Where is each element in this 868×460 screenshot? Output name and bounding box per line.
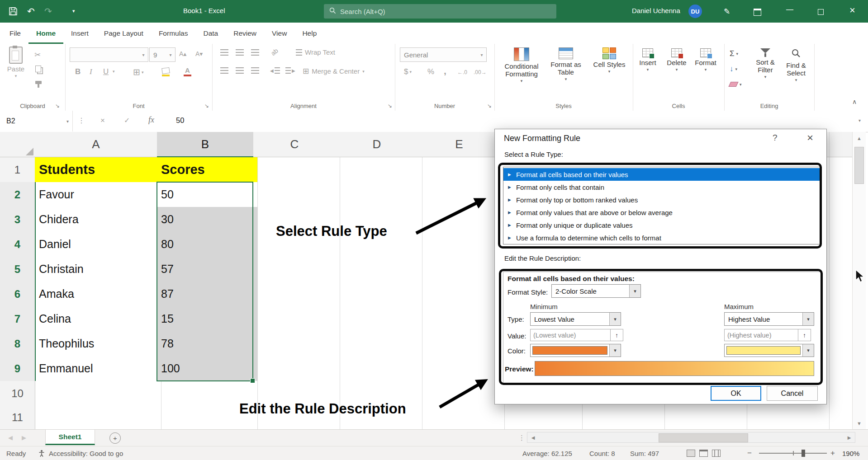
cell-A8[interactable]: Theophilus <box>35 331 161 356</box>
zoom-out-button[interactable]: − <box>747 449 752 458</box>
align-bottom-button[interactable] <box>251 49 259 56</box>
sort-filter-button[interactable]: Sort & Filter ▾ <box>750 48 780 79</box>
vertical-scroll-thumb[interactable] <box>854 147 864 184</box>
cells-overflow[interactable] <box>500 406 856 429</box>
cell-D9[interactable] <box>336 356 422 381</box>
tab-help[interactable]: Help <box>294 23 324 44</box>
cell-E7[interactable] <box>418 306 505 331</box>
rule-item-5[interactable]: ►Use a formula to determine which cells … <box>503 231 820 244</box>
cell-styles-button[interactable]: Cell Styles ▾ <box>588 47 630 73</box>
increase-decimal-button[interactable]: ←.0 <box>457 69 467 75</box>
borders-button[interactable]: ⊞▾ <box>133 67 143 77</box>
column-header-E[interactable]: E <box>418 132 501 157</box>
view-page-layout-button[interactable] <box>699 450 708 457</box>
align-top-button[interactable] <box>220 49 228 56</box>
cancel-button[interactable]: Cancel <box>767 386 818 401</box>
row-header-1[interactable]: 1 <box>0 157 35 182</box>
italic-button[interactable]: I <box>90 67 92 76</box>
tab-review[interactable]: Review <box>226 23 264 44</box>
cell-B6[interactable]: 87 <box>157 282 258 306</box>
minimize-button[interactable]: — <box>786 5 793 14</box>
hscroll-right-button[interactable]: ▶ <box>844 432 855 442</box>
ribbon-display-options-icon[interactable] <box>754 9 761 18</box>
cell-E1[interactable] <box>418 157 505 182</box>
status-sum[interactable]: Sum: 497 <box>630 450 659 457</box>
close-button[interactable]: × <box>849 5 855 16</box>
view-page-break-button[interactable] <box>712 450 721 457</box>
scroll-down-button[interactable]: ▼ <box>853 417 866 429</box>
new-sheet-button[interactable]: + <box>109 432 121 444</box>
format-painter-button[interactable] <box>35 81 42 88</box>
cell-C8[interactable] <box>253 331 340 356</box>
zoom-slider-thumb[interactable] <box>802 450 805 457</box>
cell-A4[interactable]: Daniel <box>35 232 161 257</box>
tab-home[interactable]: Home <box>28 23 63 44</box>
cell-B2-active[interactable]: 50 <box>157 182 258 207</box>
sheet-nav-next-icon[interactable]: ▶ <box>22 434 26 441</box>
cell-B3[interactable]: 30 <box>157 207 258 232</box>
accessibility-status[interactable]: Accessibility: Good to go <box>49 450 123 457</box>
ok-button[interactable]: OK <box>711 386 761 401</box>
cell-E10[interactable] <box>418 381 505 406</box>
cell-C5[interactable] <box>253 257 340 282</box>
find-select-button[interactable]: Find & Select ▾ <box>781 48 811 82</box>
format-style-dropdown[interactable]: 2-Color Scale ▾ <box>551 284 641 298</box>
cell-B1[interactable]: Scores <box>157 157 258 182</box>
horizontal-scroll-thumb[interactable] <box>659 433 748 442</box>
formula-bar-value[interactable]: 50 <box>176 116 184 125</box>
value-max-range-button[interactable]: ↑ <box>798 329 811 341</box>
tab-page-layout[interactable]: Page Layout <box>96 23 151 44</box>
hscroll-left-button[interactable]: ◀ <box>527 432 539 442</box>
cell-D1[interactable] <box>336 157 422 182</box>
font-size-combo[interactable]: 9 ▾ <box>149 47 175 62</box>
font-dialog-launcher[interactable]: ↘ <box>204 103 209 108</box>
cell-E3[interactable] <box>418 207 505 232</box>
dialog-title-bar[interactable]: New Formatting Rule ? × <box>495 129 826 147</box>
cell-A5[interactable]: Christain <box>35 257 161 282</box>
insert-function-button[interactable]: fx <box>148 115 154 125</box>
column-header-C[interactable]: C <box>253 132 336 157</box>
tab-insert[interactable]: Insert <box>63 23 96 44</box>
status-count[interactable]: Count: 8 <box>589 450 615 457</box>
percent-style-button[interactable]: % <box>427 67 434 76</box>
align-left-button[interactable] <box>220 67 228 74</box>
row-header-5[interactable]: 5 <box>0 257 36 282</box>
save-icon[interactable] <box>8 6 18 18</box>
merge-center-button[interactable]: ⊞ Merge & Center ▾ <box>303 66 365 76</box>
maximize-button[interactable] <box>818 9 824 17</box>
tab-data[interactable]: Data <box>195 23 226 44</box>
tab-file[interactable]: File <box>2 23 28 44</box>
sheet-nav-prev-icon[interactable]: ◀ <box>8 434 13 441</box>
wrap-text-button[interactable]: Wrap Text <box>296 48 335 56</box>
shrink-font-button[interactable]: A▾ <box>195 50 203 57</box>
select-all-corner[interactable] <box>0 132 35 157</box>
number-format-combo[interactable]: General ▾ <box>400 47 487 62</box>
cut-button[interactable]: ✂ <box>34 50 41 60</box>
type-min-dropdown[interactable]: Lowest Value ▾ <box>530 312 621 326</box>
rule-item-1[interactable]: ►Format only cells that contain <box>503 181 820 193</box>
avatar[interactable]: DU <box>688 5 702 18</box>
cell-E4[interactable] <box>418 232 505 257</box>
cell-A9[interactable]: Emmanuel <box>35 356 161 381</box>
cell-D6[interactable] <box>336 282 422 306</box>
tab-formulas[interactable]: Formulas <box>151 23 196 44</box>
comma-style-button[interactable]: , <box>444 66 446 76</box>
cell-E2[interactable] <box>418 182 505 207</box>
font-color-button[interactable]: A <box>184 66 191 76</box>
cell-C1[interactable] <box>253 157 340 182</box>
clear-button[interactable]: ▾ <box>730 82 742 87</box>
color-min-dropdown[interactable]: ▾ <box>530 344 621 357</box>
fill-button[interactable]: ↓▾ <box>730 65 737 74</box>
column-header-A[interactable]: A <box>35 132 157 157</box>
cell-B9[interactable]: 100 <box>157 356 258 381</box>
format-cells-button[interactable]: Format ▾ <box>692 48 720 71</box>
copy-button[interactable] <box>35 66 41 72</box>
cell-C7[interactable] <box>253 306 340 331</box>
rule-item-4[interactable]: ►Format only unique or duplicate values <box>503 219 820 231</box>
align-center-button[interactable] <box>236 67 244 74</box>
row-header-10[interactable]: 10 <box>0 381 35 406</box>
cell-E11[interactable] <box>418 406 505 429</box>
scroll-up-button[interactable]: ▲ <box>853 132 866 144</box>
alignment-dialog-launcher[interactable]: ↘ <box>388 103 392 108</box>
rule-item-3[interactable]: ►Format only values that are above or be… <box>503 206 820 219</box>
